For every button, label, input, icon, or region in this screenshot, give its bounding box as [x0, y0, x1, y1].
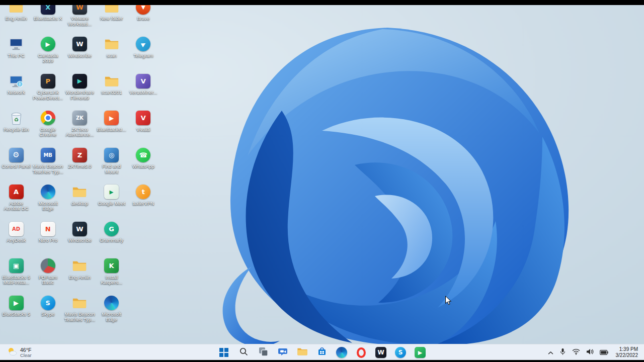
desktop-icon-label: Vivaldi: [136, 127, 150, 133]
whatsapp-icon: ☎: [135, 147, 151, 163]
vmware-workstation-icon: W: [71, 5, 88, 15]
desktop-icon-this-pc[interactable]: This PC: [1, 36, 32, 59]
microphone-tray-button[interactable]: [558, 347, 567, 358]
task-view-button[interactable]: [256, 345, 271, 360]
desktop-icon-anydesk[interactable]: ADAnyDesk: [1, 221, 32, 243]
desktop-icon-skype[interactable]: SSkype: [32, 295, 63, 317]
windscribe-icon: W: [71, 36, 88, 52]
zkteco-attendance-icon: ZK: [71, 110, 88, 126]
desktop-icon-cyberlink-powerdirect[interactable]: PCyberLink PowerDirect...: [32, 73, 63, 101]
folder-icon: [71, 184, 88, 200]
battery-tray-button[interactable]: [599, 347, 609, 358]
folder-icon: [104, 5, 120, 15]
desktop-icon-nitro-pro[interactable]: NNitro Pro: [32, 221, 63, 243]
anydesk-icon: AD: [8, 221, 24, 237]
desktop-icon-mavis-beacon-teaches-typ[interactable]: MBMavis Beacon Teaches Typ...: [32, 147, 63, 175]
desktop-icon-windscribe[interactable]: WWindscribe: [64, 36, 95, 59]
folder-icon: [71, 295, 88, 311]
edge-icon: [104, 295, 120, 311]
microsoft-store-button[interactable]: [314, 345, 330, 360]
chat-button[interactable]: [275, 345, 290, 360]
desktop-icon-mavis-beacon-teaches-typ[interactable]: Mavis Beacon Teaches Typ...: [64, 295, 95, 323]
filmora-icon: ▶: [71, 73, 88, 89]
desktop-icon-label: scan0201: [101, 90, 122, 96]
desktop[interactable]: Eng AmiinThis PCNetwork♻Recycle Bin⚙Cont…: [0, 5, 644, 344]
search-button[interactable]: [236, 345, 251, 360]
desktop-icon-label: New folder: [100, 16, 123, 22]
desktop-icon-label: desktop: [71, 201, 88, 207]
desktop-icon-eng-amiin[interactable]: Eng Amiin: [64, 258, 95, 281]
desktop-icon-google-meet[interactable]: ▸Google Meet: [96, 184, 127, 207]
desktop-icon-zkteco-attendance[interactable]: ZKZKTeco Attendance...: [64, 110, 95, 138]
desktop-icon-google-chrome[interactable]: Google Chrome: [32, 110, 63, 138]
desktop-icon-label: BlueStacks 5 Multi-Insta...: [1, 275, 32, 286]
chat-icon: [278, 346, 288, 358]
hidden-icons-tray-button[interactable]: [547, 347, 554, 358]
opera-button[interactable]: [354, 345, 369, 360]
bluestacks-icon: ▶: [415, 347, 426, 358]
desktop-icon-label: Recycle Bin: [4, 127, 29, 133]
desktop-icon-eng-amiin[interactable]: Eng Amiin: [1, 5, 32, 22]
desktop-icon-verusminer[interactable]: VVerusMiner...: [128, 73, 159, 96]
start-button[interactable]: [216, 345, 231, 360]
desktop-icon-grid: Eng AmiinThis PCNetwork♻Recycle Bin⚙Cont…: [0, 5, 644, 344]
speaker-icon: [586, 348, 594, 357]
bluestacks-button[interactable]: ▶: [413, 345, 428, 360]
file-explorer-button[interactable]: [295, 345, 310, 360]
windows-start-icon: [219, 348, 229, 357]
this-pc-icon: [8, 36, 24, 52]
skype-button[interactable]: S: [393, 345, 408, 360]
desktop-icon-tuxlervpn[interactable]: ttuxlerVPN: [128, 184, 159, 207]
desktop-icon-bluestacks-5-multi-insta[interactable]: ▣BlueStacks 5 Multi-Insta...: [1, 258, 32, 286]
desktop-icon-label: AnyDesk: [7, 238, 26, 243]
desktop-icon-bluestacksi[interactable]: ▶BlueStacksI...: [96, 110, 127, 133]
bluestacks-x-icon: X: [40, 5, 56, 15]
desktop-icon-microsoft-edge[interactable]: Microsoft Edge: [32, 184, 63, 212]
desktop-icon-network[interactable]: Network: [1, 73, 32, 96]
microsoft-edge-button[interactable]: [334, 345, 349, 360]
windscribe-icon: W: [71, 221, 88, 237]
desktop-icon-install-kaspers[interactable]: KInstall Kaspers...: [96, 258, 127, 286]
mouse-cursor: [445, 296, 452, 306]
weather-widget[interactable]: 46°F Clear: [4, 344, 35, 360]
desktop-icon-find-and-mount[interactable]: ◎Find and Mount: [96, 147, 127, 175]
edge-icon: [336, 347, 347, 358]
desktop-icon-vmware-workstati[interactable]: WVMware Workstati...: [64, 5, 95, 27]
desktop-icon-control-panel[interactable]: ⚙Control Panel: [1, 147, 32, 169]
letterbox-bottom: [0, 360, 644, 362]
desktop-icon-label: Network: [8, 90, 25, 96]
desktop-icon-pdfsam-basic[interactable]: PDFsam Basic: [32, 258, 63, 286]
svg-text:♻: ♻: [14, 116, 19, 122]
desktop-icon-bluestacks-x[interactable]: XBlueStacks X: [32, 5, 63, 22]
desktop-icon-label: ZKTeco Attendance...: [64, 127, 95, 138]
desktop-icon-scan0201[interactable]: scan0201: [96, 73, 127, 96]
desktop-icon-desktop[interactable]: desktop: [64, 184, 95, 207]
network-tray-button[interactable]: [571, 347, 581, 358]
skype-icon: S: [40, 295, 56, 311]
nitro-pro-icon: N: [40, 221, 56, 237]
desktop-icon-brave[interactable]: ▼Brave: [128, 5, 159, 22]
find-and-mount-icon: ◎: [104, 147, 120, 163]
desktop-icon-label: Mavis Beacon Teaches Typ...: [32, 164, 63, 175]
file-explorer-icon: [297, 347, 308, 358]
desktop-icon-windscribe[interactable]: WWindscribe: [64, 221, 95, 243]
desktop-icon-recycle-bin[interactable]: ♻Recycle Bin: [1, 110, 32, 133]
taskbar-clock[interactable]: 1:39 PM 3/22/2022: [614, 346, 640, 359]
filmora-button[interactable]: W: [373, 345, 388, 360]
desktop-icon-grammarly[interactable]: GGrammarly: [96, 221, 127, 243]
desktop-icon-label: Brave: [137, 16, 149, 22]
volume-tray-button[interactable]: [585, 347, 595, 358]
desktop-icon-whatsapp[interactable]: ☎WhatsApp: [128, 147, 159, 169]
taskbar-center: WS▶: [216, 344, 428, 360]
desktop-icon-zktime5-0[interactable]: ZZKTime5.0: [64, 147, 95, 169]
desktop-icon-camtasia-2019[interactable]: ▶Camtasia 2019: [32, 36, 63, 64]
desktop-icon-vivaldi[interactable]: VVivaldi: [128, 110, 159, 133]
desktop-icon-bluestacks-5[interactable]: ▶BlueStacks 5: [1, 295, 32, 317]
desktop-icon-microsoft-edge[interactable]: Microsoft Edge: [96, 295, 127, 323]
desktop-icon-wondershare-filmora9[interactable]: ▶Wondershare Filmora9: [64, 73, 95, 101]
desktop-icon-telegram[interactable]: ▶Telegram: [128, 36, 159, 59]
desktop-icon-adobe-acrobat-dc[interactable]: AAdobe Acrobat DC: [1, 184, 32, 212]
desktop-icon-new-folder[interactable]: New folder: [96, 5, 127, 22]
desktop-icon-label: Camtasia 2019: [32, 53, 63, 64]
desktop-icon-scan[interactable]: scan: [96, 36, 127, 59]
